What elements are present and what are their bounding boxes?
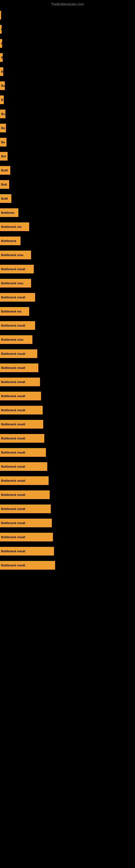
bar-row: Bo [0, 135, 135, 149]
bar-row: I [0, 22, 135, 36]
bar-21: Bottleneck res [0, 307, 29, 316]
bar-row: Bottleneck result [0, 361, 135, 375]
bar-row: Bottleneck result [0, 417, 135, 431]
bar-label-7: Bo [1, 112, 5, 116]
bar-label-11: Bottl [1, 169, 8, 172]
bar-row: Bottleneck result [0, 445, 135, 460]
bar-row: Bottl [0, 191, 135, 206]
bar-row: Bottleneck result [0, 544, 135, 558]
bar-row: Bottleneck result [0, 558, 135, 572]
bar-35: Bottleneck result [0, 504, 51, 513]
bar-19: Bottleneck resu [0, 279, 31, 287]
bar-12: Bott [0, 180, 9, 189]
bar-row: Bo [0, 121, 135, 135]
bar-row: Bottleneck result [0, 502, 135, 516]
bar-28: Bottleneck result [0, 406, 43, 414]
bar-38: Bottleneck result [0, 547, 54, 556]
bar-33: Bottleneck result [0, 476, 49, 485]
bar-4: B [0, 67, 3, 76]
bar-label-21: Bottleneck res [1, 310, 21, 313]
bar-7: Bo [0, 110, 5, 118]
site-title: TheBottlenecker.com [51, 2, 84, 6]
bar-label-20: Bottleneck result [1, 296, 25, 299]
bar-label-16: Bottleneck [1, 239, 16, 243]
bar-label-3: B [1, 56, 3, 59]
bar-label-13: Bottl [1, 197, 8, 200]
bar-row: | [0, 8, 135, 22]
bar-label-14: Bottlenec [1, 211, 14, 214]
bar-2: E [0, 39, 2, 48]
bar-row: Bottleneck result [0, 431, 135, 445]
bar-label-39: Bottleneck result [1, 564, 25, 567]
bar-row: Bottleneck result [0, 375, 135, 389]
bar-label-36: Bottleneck result [1, 521, 25, 525]
bar-label-1: I [1, 28, 2, 31]
bar-label-29: Bottleneck result [1, 423, 25, 426]
bar-row: Bottleneck resu [0, 248, 135, 262]
bar-label-35: Bottleneck result [1, 507, 25, 510]
bar-10: Bot [0, 152, 8, 161]
bar-label-12: Bott [1, 183, 7, 186]
bar-label-24: Bottleneck result [1, 352, 25, 355]
bar-row: Bottleneck [0, 234, 135, 248]
bar-label-6: B [1, 98, 3, 101]
bar-6: B [0, 95, 4, 104]
bar-0: | [0, 11, 1, 20]
bar-label-34: Bottleneck result [1, 493, 25, 496]
bar-label-33: Bottleneck result [1, 479, 25, 482]
bar-row: Bottleneck result [0, 318, 135, 333]
bar-1: I [0, 25, 2, 34]
bar-label-18: Bottleneck result [1, 268, 25, 271]
bar-label-23: Bottleneck resu [1, 338, 24, 341]
bar-32: Bottleneck result [0, 462, 47, 471]
bar-26: Bottleneck result [0, 378, 40, 386]
bar-24: Bottleneck result [0, 349, 37, 358]
bar-31: Bottleneck result [0, 448, 46, 457]
bar-row: Bottleneck resu [0, 276, 135, 290]
bar-row: Bottlenec [0, 206, 135, 220]
bar-row: Bottleneck res [0, 304, 135, 318]
bar-row: B [0, 93, 135, 107]
bar-label-2: E [1, 42, 2, 45]
bar-row: Bottleneck result [0, 262, 135, 276]
bar-row: Bottleneck result [0, 389, 135, 403]
bar-row: E [0, 36, 135, 51]
bar-row: Bott [0, 177, 135, 191]
bar-label-28: Bottleneck result [1, 408, 25, 412]
bar-row: Bottleneck resu [0, 333, 135, 347]
bar-label-26: Bottleneck result [1, 380, 25, 383]
bar-label-9: Bo [1, 141, 5, 144]
bar-label-38: Bottleneck result [1, 550, 25, 553]
bar-29: Bottleneck result [0, 420, 43, 429]
bar-20: Bottleneck result [0, 293, 35, 302]
bar-17: Bottleneck resu [0, 251, 31, 259]
bar-37: Bottleneck result [0, 533, 53, 541]
bar-row: B [0, 51, 135, 65]
bar-30: Bottleneck result [0, 434, 44, 443]
bar-row: Bottleneck result [0, 516, 135, 530]
bar-label-15: Bottleneck res [1, 225, 21, 228]
bar-15: Bottleneck res [0, 222, 29, 231]
bar-label-5: Bo [1, 84, 5, 87]
bar-3: B [0, 53, 3, 62]
bar-label-32: Bottleneck result [1, 465, 25, 468]
bar-16: Bottleneck [0, 237, 20, 245]
bar-row: Bottl [0, 163, 135, 177]
bars-container: |IEBBBoBBoBoBoBotBottlBottBottlBottlenec… [0, 8, 135, 572]
bar-row: B [0, 65, 135, 79]
bar-label-30: Bottleneck result [1, 437, 25, 440]
bar-27: Bottleneck result [0, 392, 41, 400]
bar-row: Bottleneck result [0, 290, 135, 304]
bar-label-17: Bottleneck resu [1, 253, 24, 257]
bar-label-22: Bottleneck result [1, 324, 25, 327]
bar-row: Bottleneck result [0, 460, 135, 474]
bar-row: Bo [0, 79, 135, 93]
bar-39: Bottleneck result [0, 561, 55, 569]
bar-25: Bottleneck result [0, 364, 38, 372]
bar-23: Bottleneck resu [0, 335, 32, 344]
bar-label-25: Bottleneck result [1, 366, 25, 369]
bar-row: Bot [0, 149, 135, 163]
bar-label-19: Bottleneck resu [1, 282, 24, 285]
bar-22: Bottleneck result [0, 321, 35, 330]
bar-5: Bo [0, 82, 5, 90]
